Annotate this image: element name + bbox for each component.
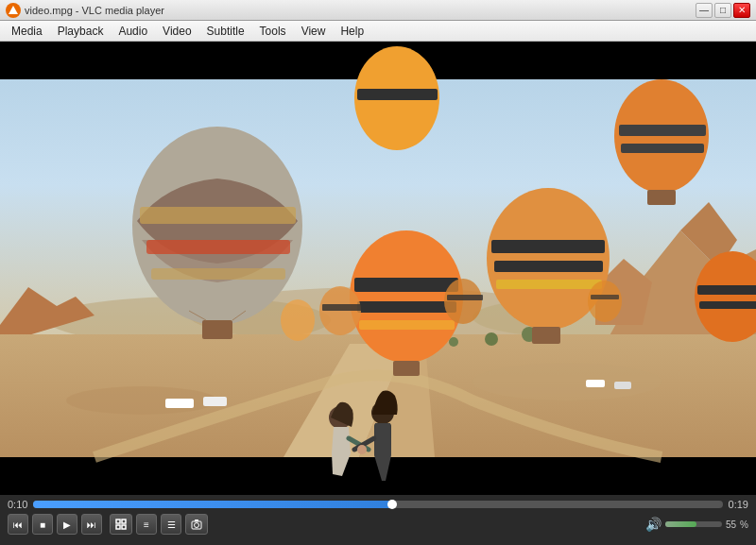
svg-rect-19: [614, 382, 631, 389]
menu-video[interactable]: Video: [155, 23, 198, 40]
extended-settings-button[interactable]: ≡: [136, 514, 157, 535]
svg-rect-67: [122, 519, 126, 523]
svg-rect-44: [619, 125, 706, 136]
video-display[interactable]: [0, 42, 756, 495]
stop-button[interactable]: ■: [32, 514, 53, 535]
svg-rect-28: [202, 320, 232, 339]
svg-rect-46: [647, 190, 676, 205]
app-icon: [6, 3, 21, 18]
svg-rect-41: [496, 280, 602, 289]
volume-slider[interactable]: [665, 521, 722, 527]
svg-rect-18: [586, 380, 605, 387]
time-elapsed: 0:10: [8, 499, 27, 510]
svg-point-22: [485, 332, 498, 346]
svg-point-71: [195, 523, 199, 528]
svg-rect-56: [591, 295, 619, 299]
volume-control: 🔊 55 %: [645, 517, 748, 532]
volume-percent-sign: %: [740, 519, 748, 530]
menu-audio[interactable]: Audio: [111, 23, 155, 40]
volume-percent: 55: [726, 519, 736, 530]
svg-rect-26: [146, 240, 290, 254]
svg-rect-33: [357, 301, 456, 313]
seek-bar[interactable]: [33, 501, 722, 508]
controls-panel: 0:10 0:19 ⏮ ■ ▶ ⏭ ≡ ☰: [0, 495, 756, 545]
minimize-button[interactable]: —: [696, 3, 713, 18]
svg-rect-40: [494, 261, 603, 272]
svg-marker-0: [9, 6, 18, 14]
svg-rect-27: [151, 268, 285, 280]
close-button[interactable]: ✕: [733, 3, 750, 18]
svg-rect-32: [354, 278, 458, 292]
svg-rect-72: [195, 519, 198, 521]
time-remaining: 0:19: [729, 499, 748, 510]
svg-rect-16: [165, 399, 194, 408]
svg-rect-68: [116, 525, 120, 529]
svg-rect-48: [697, 285, 756, 295]
svg-point-52: [444, 279, 482, 324]
menu-media[interactable]: Media: [4, 23, 50, 40]
svg-rect-51: [322, 304, 362, 311]
svg-point-15: [472, 363, 662, 400]
menu-subtitle[interactable]: Subtitle: [199, 23, 252, 40]
svg-point-65: [357, 445, 367, 454]
svg-rect-42: [532, 327, 560, 344]
volume-icon: 🔊: [645, 517, 662, 532]
volume-fill: [665, 521, 696, 527]
titlebar: video.mpg - VLC media player — □ ✕: [0, 0, 756, 21]
svg-rect-69: [122, 525, 126, 529]
prev-button[interactable]: ⏮: [8, 514, 28, 535]
window-title: video.mpg - VLC media player: [25, 5, 694, 16]
snapshot-button[interactable]: [185, 514, 208, 535]
next-button[interactable]: ⏭: [81, 514, 102, 535]
svg-rect-25: [140, 207, 296, 224]
seek-fill: [33, 501, 391, 508]
svg-point-54: [281, 299, 315, 341]
svg-rect-66: [116, 519, 120, 523]
menu-view[interactable]: View: [294, 23, 334, 40]
svg-rect-53: [447, 295, 483, 300]
svg-point-23: [449, 337, 458, 347]
playback-controls: ⏮ ■ ▶ ⏭ ≡ ☰ 🔊: [8, 514, 748, 535]
svg-rect-35: [393, 361, 420, 376]
svg-point-14: [66, 386, 217, 415]
seek-handle[interactable]: [387, 500, 397, 509]
svg-rect-45: [621, 144, 704, 153]
fullscreen-button[interactable]: [110, 514, 132, 535]
svg-point-55: [588, 281, 622, 322]
playlist-button[interactable]: ☰: [161, 514, 181, 535]
menu-tools[interactable]: Tools: [252, 23, 294, 40]
menubar: Media Playback Audio Video Subtitle Tool…: [0, 21, 756, 42]
menu-playback[interactable]: Playback: [50, 23, 112, 40]
menu-help[interactable]: Help: [333, 23, 371, 40]
svg-rect-17: [203, 397, 227, 406]
seekbar-row: 0:10 0:19: [8, 499, 748, 510]
svg-rect-34: [359, 320, 455, 330]
svg-rect-49: [699, 301, 756, 309]
maximize-button[interactable]: □: [714, 3, 731, 18]
svg-rect-37: [357, 89, 438, 100]
svg-rect-39: [491, 240, 605, 253]
pause-play-button[interactable]: ▶: [57, 514, 77, 535]
